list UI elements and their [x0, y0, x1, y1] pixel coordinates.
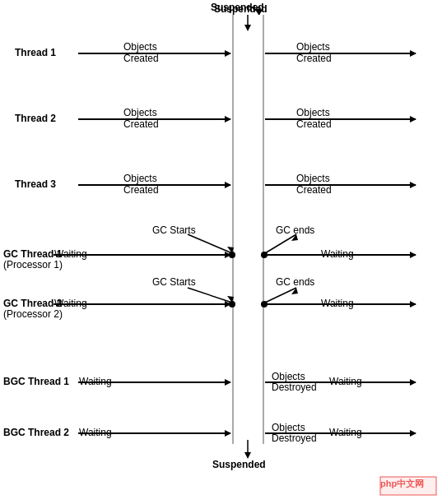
svg-marker-14 — [225, 182, 231, 188]
thread2-label: Thread 2 — [15, 113, 56, 124]
bgc-thread1-waiting-right-label: Waiting — [329, 376, 362, 387]
thread2-created-right-label: Created — [296, 118, 332, 130]
thread3-created-right-label: Created — [296, 184, 332, 196]
thread3-objects-right-label: Objects — [296, 173, 330, 184]
bgc-thread2-waiting-right-label: Waiting — [329, 427, 362, 438]
svg-line-33 — [265, 288, 296, 303]
svg-marker-16 — [410, 182, 416, 188]
svg-marker-20 — [410, 252, 416, 258]
gc-thread2-label: GC Thread 2 — [3, 298, 62, 309]
thread1-label: Thread 1 — [15, 47, 56, 58]
bgc-thread2-waiting-left-label: Waiting — [79, 427, 112, 438]
bgc-thread1-waiting-left-label: Waiting — [79, 376, 112, 387]
svg-marker-40 — [410, 379, 416, 386]
thread2-objects-right-label: Objects — [296, 107, 330, 118]
gc-ends2-label: GC ends — [276, 276, 314, 288]
svg-point-35 — [229, 301, 235, 307]
bgc-thread2-destroyed-label: Destroyed — [272, 432, 317, 444]
svg-marker-8 — [410, 50, 416, 57]
thread1-objects-label: Objects — [123, 41, 157, 53]
gc-thread1-waiting-left-label: Waiting — [54, 248, 87, 260]
svg-point-26 — [261, 252, 268, 258]
bgc-thread1-objects-label: Objects — [272, 371, 305, 382]
svg-marker-22 — [227, 247, 234, 253]
svg-marker-6 — [225, 50, 231, 57]
svg-marker-4 — [244, 25, 251, 31]
svg-marker-12 — [410, 116, 416, 123]
svg-marker-42 — [225, 430, 231, 437]
gc-thread2-waiting-right-label: Waiting — [321, 298, 354, 309]
svg-line-23 — [265, 234, 296, 253]
suspended-bottom-label: Suspended — [212, 459, 266, 470]
thread1-created-label: Created — [123, 53, 159, 64]
suspended-top-text: Suspended — [211, 2, 264, 13]
svg-point-25 — [229, 252, 235, 258]
svg-marker-38 — [225, 379, 231, 386]
thread3-created-label: Created — [123, 184, 159, 196]
thread3-label: Thread 3 — [15, 178, 56, 190]
gc-starts2-label: GC Starts — [152, 276, 196, 288]
svg-marker-32 — [227, 296, 234, 303]
gc-ends1-label: GC ends — [276, 224, 314, 236]
thread1-created-right-label: Created — [296, 53, 332, 64]
bgc-thread1-label: BGC Thread 1 — [3, 376, 69, 387]
gc-starts1-label: GC Starts — [152, 224, 196, 236]
gc-thread1-label: GC Thread 1 — [3, 248, 62, 260]
thread2-objects-label: Objects — [123, 107, 157, 118]
svg-line-31 — [188, 288, 232, 303]
svg-marker-30 — [410, 301, 416, 307]
thread2-created-label: Created — [123, 118, 159, 130]
bgc-thread2-objects-label: Objects — [272, 422, 305, 433]
watermark-label: php中文网 — [380, 478, 424, 490]
gc-thread2-waiting-left-label: Waiting — [54, 298, 87, 309]
svg-line-21 — [188, 234, 232, 253]
bgc-thread1-destroyed-label: Destroyed — [272, 381, 317, 393]
svg-marker-34 — [291, 288, 298, 294]
diagram: Suspended Thread 1 Objects Created Objec… — [0, 0, 442, 504]
thread3-objects-label: Objects — [123, 173, 157, 184]
svg-marker-10 — [225, 116, 231, 123]
bgc-thread2-label: BGC Thread 2 — [3, 427, 69, 438]
svg-marker-46 — [244, 452, 251, 459]
svg-marker-28 — [225, 301, 231, 307]
thread1-objects-right-label: Objects — [296, 41, 330, 53]
processor2-label: (Processor 2) — [3, 308, 63, 320]
gc-thread1-waiting-right-label: Waiting — [321, 248, 354, 260]
svg-marker-44 — [410, 430, 416, 437]
svg-point-36 — [261, 301, 268, 307]
svg-marker-18 — [225, 252, 231, 258]
processor1-label: (Processor 1) — [3, 259, 63, 270]
